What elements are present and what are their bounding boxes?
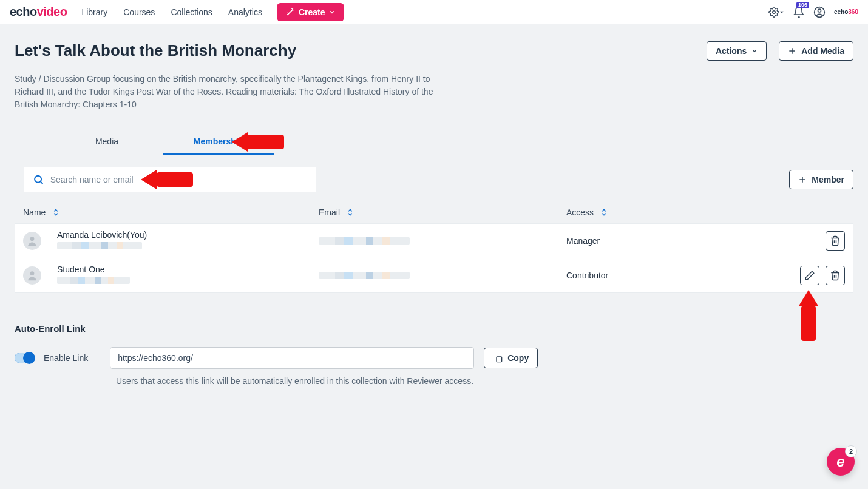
svg-point-6 [35, 176, 41, 183]
brand-logo[interactable]: echovideo [10, 5, 67, 19]
col-access-label: Access [566, 207, 594, 217]
copy-icon [493, 353, 503, 363]
access-level: Contributor [566, 271, 608, 280]
create-button[interactable]: Create [277, 3, 345, 21]
search-icon [33, 174, 44, 186]
tab-media[interactable]: Media [51, 129, 163, 155]
magic-wand-icon [285, 7, 295, 17]
top-nav: echovideo Library Courses Collections An… [0, 0, 868, 24]
nav-collections[interactable]: Collections [171, 7, 212, 17]
delete-member-button[interactable] [826, 231, 845, 251]
add-member-label: Member [812, 175, 844, 184]
svg-line-7 [41, 182, 42, 184]
col-email-label: Email [319, 207, 340, 217]
collection-tabs: Media Membership [15, 129, 853, 155]
access-level: Manager [566, 236, 600, 246]
delete-member-button[interactable] [826, 266, 845, 285]
auto-enroll-url-input[interactable] [110, 347, 474, 369]
sort-icon [52, 208, 60, 217]
svg-point-10 [30, 237, 35, 241]
nav-library[interactable]: Library [81, 7, 107, 17]
caret-down-icon [779, 10, 784, 15]
annotation-arrow [232, 132, 284, 152]
gear-icon [768, 7, 779, 18]
user-circle-icon [813, 6, 826, 18]
sort-icon [600, 208, 608, 217]
svg-rect-12 [497, 357, 502, 362]
members-table: Name Email Access Amanda Leibovich(You) [15, 201, 853, 293]
enable-link-label: Enable Link [44, 353, 88, 363]
table-header: Name Email Access [15, 201, 853, 223]
redacted-secondary [57, 242, 142, 249]
svg-marker-1 [780, 11, 783, 13]
copy-link-button[interactable]: Copy [484, 348, 538, 368]
chevron-down-icon [751, 48, 758, 54]
user-icon [26, 269, 38, 282]
auto-enroll-note: Users that access this link will be auto… [116, 376, 853, 386]
svg-point-11 [30, 271, 35, 275]
column-name[interactable]: Name [23, 207, 319, 217]
redacted-email [319, 237, 410, 244]
redacted-email [319, 272, 410, 279]
redacted-secondary [57, 277, 130, 284]
notification-badge: 106 [796, 2, 809, 8]
chevron-down-icon [328, 8, 336, 16]
annotation-arrow [141, 170, 193, 189]
pencil-icon [804, 270, 815, 281]
add-member-button[interactable]: Member [789, 170, 853, 189]
enable-link-toggle[interactable] [15, 353, 34, 363]
table-row: Amanda Leibovich(You) Manager [15, 223, 853, 258]
svg-point-3 [818, 9, 821, 12]
plus-icon [798, 175, 807, 184]
add-media-button[interactable]: Add Media [779, 41, 853, 61]
trash-icon [830, 270, 841, 281]
edit-member-button[interactable] [800, 266, 819, 285]
member-name: Amanda Leibovich(You) [57, 230, 147, 240]
annotation-arrow [799, 290, 818, 341]
page-description: Study / Discussion Group focusing on the… [15, 73, 439, 111]
sort-icon [346, 208, 354, 217]
profile-button[interactable] [813, 6, 826, 18]
col-name-label: Name [23, 207, 46, 217]
copy-label: Copy [507, 353, 529, 363]
actions-button[interactable]: Actions [707, 41, 767, 61]
page-title: Let's Talk About the British Monarchy [15, 41, 296, 60]
trash-icon [830, 235, 841, 246]
echo360-mini-logo[interactable]: echo360 [834, 8, 858, 15]
plus-icon [788, 47, 796, 55]
member-name: Student One [57, 265, 130, 274]
svg-point-0 [773, 10, 776, 13]
column-email[interactable]: Email [319, 207, 566, 217]
table-row: Student One Contributor [15, 258, 853, 293]
add-media-label: Add Media [801, 46, 844, 56]
member-search[interactable] [24, 167, 316, 192]
nav-courses[interactable]: Courses [123, 7, 155, 17]
settings-button[interactable] [768, 7, 784, 18]
user-icon [26, 235, 38, 247]
actions-label: Actions [716, 46, 747, 56]
nav-analytics[interactable]: Analytics [228, 7, 262, 17]
column-access[interactable]: Access [566, 207, 784, 217]
main-nav: Library Courses Collections Analytics [81, 7, 262, 17]
auto-enroll-heading: Auto-Enroll Link [15, 323, 853, 334]
avatar [23, 232, 41, 250]
notifications-button[interactable]: 106 [793, 6, 805, 18]
create-label: Create [299, 7, 325, 17]
avatar [23, 266, 41, 285]
